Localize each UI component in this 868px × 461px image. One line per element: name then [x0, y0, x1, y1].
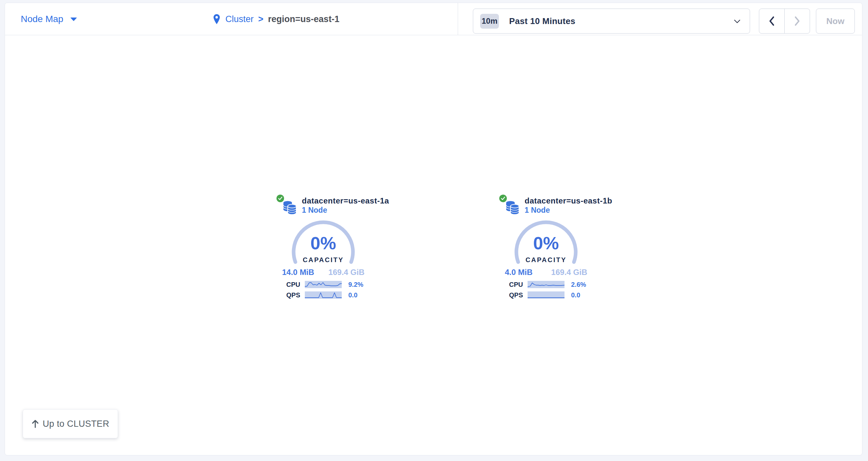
qps-sparkline: [305, 291, 342, 299]
database-stack-icon: [506, 201, 520, 216]
qps-label: QPS: [503, 291, 523, 299]
datacenter-node-count: 1 Node: [302, 206, 389, 215]
qps-metric-row: QPS 0.0: [280, 291, 366, 299]
breadcrumb: Cluster > region=us-east-1: [213, 3, 339, 35]
healthy-check-icon: [499, 195, 507, 202]
time-range-arrows: [759, 8, 810, 34]
datacenter-title: datacenter=us-east-1b: [525, 196, 612, 205]
header-divider: [458, 3, 458, 35]
qps-metric-row: QPS 0.0: [503, 291, 589, 299]
view-mode-label: Node Map: [21, 14, 63, 24]
cpu-value: 9.2%: [348, 281, 364, 289]
capacity-caption: CAPACITY: [287, 256, 360, 264]
capacity-percent: 0%: [287, 233, 360, 253]
chevron-right-icon: [794, 16, 800, 26]
breadcrumb-separator: >: [258, 14, 264, 24]
up-to-cluster-label: Up to CLUSTER: [43, 419, 110, 429]
time-next-button[interactable]: [785, 9, 810, 33]
time-prev-button[interactable]: [759, 9, 785, 33]
healthy-check-icon: [277, 195, 284, 202]
qps-value: 0.0: [348, 291, 358, 299]
qps-label: QPS: [280, 291, 300, 299]
time-range-dropdown[interactable]: 10m Past 10 Minutes: [473, 8, 750, 34]
header-bar: Node Map Cluster > region=us-east-1 10m …: [5, 3, 862, 35]
datacenter-group-us-east-1b[interactable]: datacenter=us-east-1b 1 Node 0% CAPACITY…: [503, 193, 589, 302]
time-range-badge: 10m: [480, 14, 499, 29]
datacenter-header: datacenter=us-east-1a 1 Node: [302, 196, 389, 215]
cpu-metric-row: CPU 9.2%: [280, 281, 366, 289]
datacenter-title: datacenter=us-east-1a: [302, 196, 389, 205]
view-mode-selector[interactable]: Node Map: [21, 3, 77, 35]
datacenter-node-count: 1 Node: [525, 206, 612, 215]
breadcrumb-current: region=us-east-1: [268, 14, 339, 24]
capacity-used: 4.0 MiB: [505, 268, 532, 277]
cpu-metric-row: CPU 2.6%: [503, 281, 589, 289]
database-stack-icon: [283, 201, 297, 216]
time-range-label: Past 10 Minutes: [509, 16, 576, 26]
node-map-panel: Node Map Cluster > region=us-east-1 10m …: [5, 3, 862, 455]
capacity-values: 14.0 MiB 169.4 GiB: [282, 268, 365, 277]
capacity-used: 14.0 MiB: [282, 268, 314, 277]
map-pin-icon: [213, 14, 221, 25]
capacity-total: 169.4 GiB: [551, 268, 587, 277]
chevron-left-icon: [769, 16, 775, 26]
qps-sparkline: [528, 291, 564, 299]
capacity-percent: 0%: [510, 233, 582, 253]
chevron-down-icon: [70, 18, 77, 21]
capacity-caption: CAPACITY: [510, 256, 582, 264]
datacenter-header: datacenter=us-east-1b 1 Node: [525, 196, 612, 215]
breadcrumb-cluster-link[interactable]: Cluster: [225, 14, 254, 24]
cpu-label: CPU: [503, 281, 523, 289]
datacenter-group-us-east-1a[interactable]: datacenter=us-east-1a 1 Node 0% CAPACITY…: [280, 193, 366, 302]
chevron-down-icon: [734, 20, 741, 23]
capacity-total: 169.4 GiB: [329, 268, 365, 277]
now-button[interactable]: Now: [816, 8, 855, 34]
cpu-label: CPU: [280, 281, 300, 289]
qps-value: 0.0: [571, 291, 580, 299]
capacity-values: 4.0 MiB 169.4 GiB: [505, 268, 587, 277]
arrow-up-icon: [32, 420, 39, 428]
up-to-cluster-button[interactable]: Up to CLUSTER: [23, 409, 118, 438]
cpu-sparkline: [305, 281, 342, 288]
cpu-sparkline: [528, 281, 564, 288]
cpu-value: 2.6%: [571, 281, 586, 289]
